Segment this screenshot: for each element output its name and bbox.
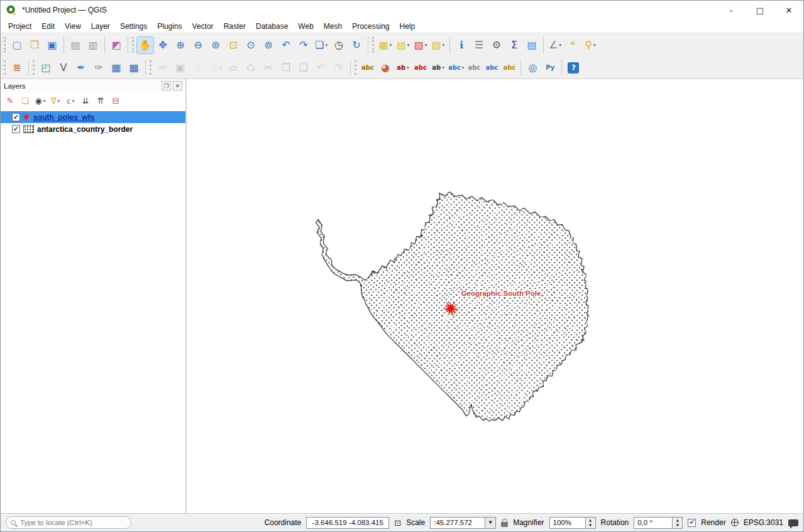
show-layout-manager-icon[interactable]: ▥: [85, 37, 101, 53]
zoom-last-icon[interactable]: ↶: [278, 37, 294, 53]
zoom-to-layer-icon[interactable]: ⊙: [243, 37, 259, 53]
new-project-icon[interactable]: ▢: [9, 37, 25, 53]
layer-visibility-checkbox[interactable]: [12, 125, 20, 133]
scale-lock-icon[interactable]: [501, 522, 508, 527]
rotation-spinbox[interactable]: 0,0 ° ▲▼: [634, 517, 683, 529]
new-mesh-layer-icon[interactable]: ▩: [126, 60, 142, 76]
menu-mesh[interactable]: Mesh: [319, 20, 347, 33]
new-temporary-layer-icon[interactable]: ✑: [91, 60, 107, 76]
filter-by-expression-icon[interactable]: ε: [63, 94, 77, 108]
pan-to-selection-icon[interactable]: ✥: [155, 37, 171, 53]
identify-features-icon[interactable]: ℹ: [453, 37, 470, 53]
deselect-features-icon[interactable]: ▧: [412, 37, 429, 53]
move-label-icon[interactable]: ab: [430, 60, 446, 76]
zoom-next-icon[interactable]: ↷: [295, 37, 312, 53]
select-features-icon[interactable]: ▦: [377, 37, 394, 53]
minimize-button[interactable]: –: [717, 1, 746, 19]
spinner-arrows-icon[interactable]: ▲▼: [586, 517, 596, 529]
title-bar: *Untitled Project — QGIS – □ ✕: [1, 1, 803, 19]
locate-search-box[interactable]: [6, 516, 131, 529]
zoom-to-selection-icon[interactable]: ⊡: [225, 37, 241, 53]
zoom-to-native-icon[interactable]: ⊚: [260, 37, 277, 53]
metasearch-icon[interactable]: ◎: [524, 60, 541, 76]
panel-close-icon[interactable]: ✕: [173, 81, 182, 90]
menu-database[interactable]: Database: [251, 20, 293, 33]
zoom-full-icon[interactable]: ⊛: [207, 37, 224, 53]
pan-map-icon[interactable]: ✋: [137, 37, 153, 53]
show-hide-labels-icon[interactable]: abc: [448, 60, 465, 76]
menu-layer[interactable]: Layer: [86, 20, 115, 33]
rotate-label-icon[interactable]: abc: [483, 60, 500, 76]
magnifier-spinbox[interactable]: 100% ▲▼: [549, 517, 596, 529]
open-layer-styling-icon[interactable]: ✎: [3, 94, 17, 108]
layer-diagram-options-icon[interactable]: ◕: [377, 60, 394, 76]
map-canvas[interactable]: Geographic South Pole: [188, 79, 803, 513]
new-spatialite-layer-icon[interactable]: ✒: [73, 60, 89, 76]
menu-project[interactable]: Project: [3, 20, 36, 33]
spinner-arrows-icon[interactable]: ▲▼: [673, 517, 683, 529]
pin-unpin-labels-icon[interactable]: ab: [395, 60, 411, 76]
refresh-map-icon[interactable]: ↻: [348, 37, 365, 53]
menu-edit[interactable]: Edit: [36, 20, 60, 33]
scale-combobox[interactable]: :45.277.572 ▼: [430, 517, 496, 529]
manage-map-themes-icon[interactable]: ◉: [33, 94, 47, 108]
zoom-out-icon[interactable]: ⊖: [190, 37, 206, 53]
save-project-icon[interactable]: ▣: [44, 37, 60, 53]
menu-processing[interactable]: Processing: [347, 20, 394, 33]
python-console-icon[interactable]: Py: [542, 60, 558, 76]
filter-legend-icon[interactable]: ∇: [48, 94, 62, 108]
change-label-icon[interactable]: abc: [466, 60, 482, 76]
delete-selected-icon: ♺: [243, 60, 259, 76]
paste-features-icon: ❑: [295, 60, 312, 76]
open-attribute-table-icon[interactable]: ▤: [524, 37, 540, 53]
map-tips-icon[interactable]: ❝: [564, 37, 581, 53]
help-icon[interactable]: ?: [565, 60, 581, 76]
open-project-icon[interactable]: ❒: [26, 37, 43, 53]
label-properties-icon[interactable]: abc: [501, 60, 517, 76]
zoom-in-icon[interactable]: ⊕: [172, 37, 189, 53]
layer-item-antarctica_country_border[interactable]: antarctica_country_border: [1, 123, 185, 135]
render-checkbox[interactable]: [688, 519, 696, 527]
data-source-manager-icon[interactable]: ≣: [9, 60, 25, 76]
show-statistics-icon[interactable]: Σ: [506, 37, 522, 53]
menu-bar: ProjectEditViewLayerSettingsPluginsVecto…: [1, 19, 803, 33]
select-by-form-icon[interactable]: ▨: [430, 37, 446, 53]
measure-icon[interactable]: ∠: [547, 37, 563, 53]
remove-layer-icon[interactable]: ⊟: [109, 94, 123, 108]
statistical-summary-icon[interactable]: ☰: [471, 37, 487, 53]
close-button[interactable]: ✕: [774, 1, 803, 19]
expand-all-icon[interactable]: ⇊: [79, 94, 92, 108]
layer-visibility-checkbox[interactable]: [12, 113, 20, 121]
new-map-view-icon[interactable]: ❏: [313, 37, 329, 53]
collapse-all-icon[interactable]: ⇈: [94, 94, 107, 108]
new-print-layout-icon[interactable]: ▤: [67, 37, 84, 53]
menu-vector[interactable]: Vector: [187, 20, 219, 33]
extents-toggle-icon[interactable]: ⊡: [394, 518, 401, 528]
locate-search-input[interactable]: [19, 518, 119, 527]
style-manager-icon[interactable]: ◩: [108, 37, 124, 53]
chevron-down-icon[interactable]: ▼: [485, 517, 496, 529]
layer-labeling-options-icon[interactable]: abc: [360, 60, 376, 76]
menu-settings[interactable]: Settings: [115, 20, 152, 33]
new-virtual-layer-icon[interactable]: ▦: [108, 60, 124, 76]
menu-raster[interactable]: Raster: [219, 20, 251, 33]
menu-view[interactable]: View: [60, 20, 86, 33]
layer-item-south_poles_wfs[interactable]: ✹south_poles_wfs: [1, 111, 185, 123]
menu-help[interactable]: Help: [395, 20, 421, 33]
messages-icon[interactable]: [788, 519, 798, 526]
crs-value[interactable]: EPSG:3031: [744, 518, 783, 527]
maximize-button[interactable]: □: [746, 1, 774, 19]
panel-undock-icon[interactable]: ❐: [162, 81, 171, 90]
add-group-icon[interactable]: ❏: [18, 94, 32, 108]
menu-web[interactable]: Web: [293, 20, 318, 33]
coordinate-value-box[interactable]: -3.646.519 -4.083.415: [306, 517, 389, 529]
new-shapefile-layer-icon[interactable]: V: [55, 60, 72, 76]
search-tool-icon[interactable]: ⚲: [582, 37, 598, 53]
temporal-controller-icon[interactable]: ◷: [331, 37, 347, 53]
options-gear-icon[interactable]: ⚙: [488, 37, 505, 53]
new-geopackage-layer-icon[interactable]: ◰: [38, 60, 54, 76]
highlight-pinned-labels-icon[interactable]: abc: [412, 60, 429, 76]
crs-globe-icon[interactable]: [731, 519, 739, 526]
select-by-value-icon[interactable]: ▤: [395, 37, 411, 53]
menu-plugins[interactable]: Plugins: [152, 20, 187, 33]
